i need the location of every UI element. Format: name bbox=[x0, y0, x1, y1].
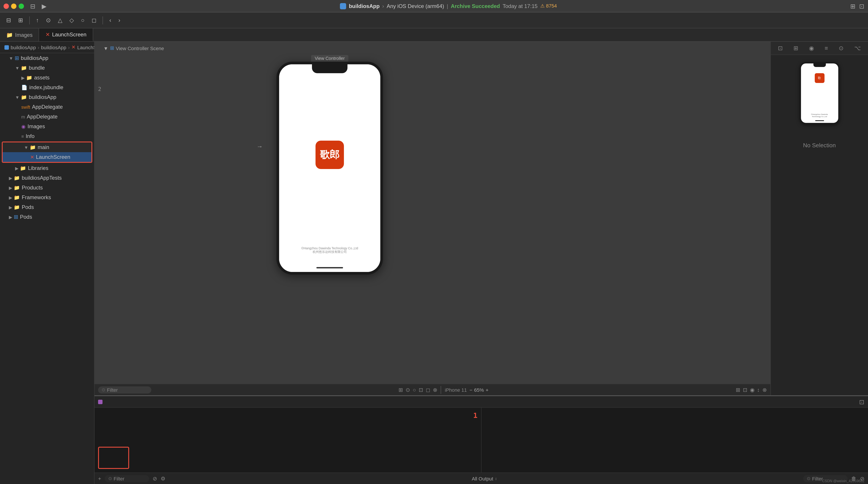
sidebar-item-products[interactable]: ▶ 📁 Products bbox=[0, 183, 94, 193]
debug-pane-right bbox=[482, 408, 868, 473]
sidebar-item-images[interactable]: ◉ Images bbox=[0, 122, 94, 131]
images-tab-label: Images bbox=[15, 32, 33, 38]
toolbar-icon-2[interactable]: ⊙ bbox=[406, 387, 410, 393]
filter-input[interactable]: ⊙ Filter bbox=[98, 386, 151, 393]
breadcrumb-launchscreen[interactable]: ✕ LaunchScreen bbox=[71, 44, 95, 50]
folder-icon-frameworks: 📁 bbox=[14, 195, 20, 200]
zoom-in-icon[interactable]: + bbox=[486, 387, 489, 392]
debug-toolbar: ⊡ bbox=[95, 396, 868, 408]
phone-notch bbox=[312, 64, 347, 73]
toolbar-btn-7[interactable]: ○ bbox=[78, 15, 87, 25]
inspector-icon-5[interactable]: ⊙ bbox=[836, 43, 846, 53]
inspector-content: 歌 ©Hangzhou Dawinda Technology Co.,Ltd N… bbox=[771, 55, 868, 395]
debug-add-btn[interactable]: + bbox=[98, 475, 101, 482]
play-button[interactable]: ▶ bbox=[42, 2, 46, 9]
minimize-button[interactable] bbox=[11, 3, 17, 9]
inspector-icon-3[interactable]: ◉ bbox=[807, 43, 816, 53]
split-view-icon[interactable]: ⊞ bbox=[850, 2, 856, 9]
window-icon[interactable]: ⊡ bbox=[859, 2, 864, 9]
inspector-icon-4[interactable]: ≡ bbox=[822, 43, 830, 53]
sidebar-item-pods-folder[interactable]: ▶ 📁 Pods bbox=[0, 202, 94, 212]
phone-footer: ©Hangzhou Dawinda Technology Co.,Ltd 杭州悠… bbox=[279, 247, 380, 254]
debug-settings-btn[interactable]: ⚙ bbox=[161, 475, 165, 482]
expand-arrow-tests: ▶ bbox=[9, 175, 12, 180]
launchscreen-breadcrumb-icon: ✕ bbox=[71, 44, 75, 50]
status-label: Archive Succeeded bbox=[451, 3, 500, 9]
debug-bottom-bar: + ⊙ Filter ⊘ ⚙ All Output ↕ ⊙ F bbox=[95, 473, 868, 484]
xcassets-icon: ◉ bbox=[21, 124, 26, 129]
breadcrumb-app2[interactable]: buildiosApp bbox=[41, 44, 66, 50]
toolbar-icon-6[interactable]: ⊗ bbox=[433, 387, 437, 393]
inspector-icon-1[interactable]: ⊡ bbox=[776, 43, 785, 53]
tab-images[interactable]: 📁 Images bbox=[0, 28, 39, 41]
sidebar-item-bundle[interactable]: ▼ 📁 bundle bbox=[0, 63, 94, 73]
sidebar-item-appdelegate-swift[interactable]: swift AppDelegate bbox=[0, 102, 94, 112]
toolbar-icon-4[interactable]: ⊡ bbox=[419, 387, 423, 393]
view-controls-4[interactable]: ↕ bbox=[757, 387, 760, 393]
inspector-icon-6[interactable]: ⌥ bbox=[852, 43, 863, 53]
view-controls-2[interactable]: ⊡ bbox=[743, 387, 747, 393]
folder-icon-bundle: 📁 bbox=[21, 65, 27, 71]
no-selection-label: No Selection bbox=[803, 142, 836, 149]
sidebar-item-buildiosapp[interactable]: ▼ ⊞ buildiosApp bbox=[0, 53, 94, 63]
project-icon: ⊞ bbox=[14, 55, 19, 61]
scene-expand-arrow[interactable]: ▼ bbox=[103, 45, 108, 51]
sidebar-item-launchscreen[interactable]: ✕ LaunchScreen bbox=[3, 152, 91, 162]
sidebar-item-main[interactable]: ▼ 📁 main bbox=[3, 142, 91, 152]
inspector-icon-bar: ⊡ ⊞ ◉ ≡ ⊙ ⌥ bbox=[771, 42, 868, 55]
sidebar-item-pods-target[interactable]: ▶ ⊞ Pods bbox=[0, 212, 94, 222]
sidebar-item-libraries[interactable]: ▶ 📁 Libraries bbox=[0, 163, 94, 173]
toolbar-btn-2[interactable]: ⊞ bbox=[16, 15, 26, 25]
folder-icon-products: 📁 bbox=[14, 185, 20, 191]
toolbar-btn-6[interactable]: ◇ bbox=[67, 15, 76, 25]
toolbar-separator-2 bbox=[103, 16, 103, 24]
sidebar-item-buildiosapp-folder[interactable]: ▼ 📁 buildiosApp bbox=[0, 92, 94, 102]
output-chevron[interactable]: ↕ bbox=[495, 476, 497, 481]
maximize-button[interactable] bbox=[19, 3, 24, 9]
debug-clear-btn[interactable]: ⊘ bbox=[153, 475, 157, 482]
sidebar-item-frameworks[interactable]: ▶ 📁 Frameworks bbox=[0, 193, 94, 202]
sidebar-toggle[interactable]: ⊟ bbox=[30, 2, 35, 9]
view-controls-5[interactable]: ⊗ bbox=[763, 387, 767, 393]
expand-arrow-bundle: ▼ bbox=[15, 65, 20, 70]
debug-collapse-btn[interactable]: ⊡ bbox=[859, 398, 864, 405]
content-area: 2 ▼ ⊞ View Controller Scene → View bbox=[95, 42, 868, 484]
folder-icon-app: 📁 bbox=[21, 94, 27, 100]
phone-logo: 歌郎 bbox=[315, 141, 344, 169]
sidebar-item-info[interactable]: ≡ Info bbox=[0, 131, 94, 141]
folder-icon-assets: 📁 bbox=[26, 75, 32, 80]
device-name: iPhone 11 bbox=[445, 387, 467, 392]
filter-placeholder: Filter bbox=[107, 387, 118, 392]
close-button[interactable] bbox=[4, 3, 9, 9]
toolbar-btn-5[interactable]: △ bbox=[55, 15, 65, 25]
debug-filter-left[interactable]: ⊙ Filter bbox=[105, 475, 149, 482]
title-bar-right: ⊞ ⊡ bbox=[850, 2, 864, 9]
inspector-icon-2[interactable]: ⊞ bbox=[791, 43, 801, 53]
nav-back[interactable]: ‹ bbox=[107, 15, 114, 25]
toolbar-icon-3[interactable]: ○ bbox=[413, 387, 416, 393]
sidebar-item-jsbundle[interactable]: 📄 index.jsbundle bbox=[0, 83, 94, 92]
sidebar-item-buildiosapptests[interactable]: ▶ 📁 buildiosAppTests bbox=[0, 173, 94, 183]
expand-arrow-pods-folder: ▶ bbox=[9, 205, 12, 209]
view-controls-1[interactable]: ⊞ bbox=[736, 387, 740, 393]
breadcrumb-app[interactable]: buildiosApp bbox=[4, 44, 36, 50]
toolbar-btn-3[interactable]: ↑ bbox=[33, 15, 41, 25]
nav-forward[interactable]: › bbox=[116, 15, 123, 25]
view-controls-3[interactable]: ◉ bbox=[750, 387, 754, 393]
toolbar-btn-4[interactable]: ⊙ bbox=[43, 15, 54, 25]
storyboard-editor[interactable]: 2 ▼ ⊞ View Controller Scene → View bbox=[95, 42, 770, 395]
zoom-out-icon[interactable]: − bbox=[469, 387, 472, 392]
sidebar-item-appdelegate-m[interactable]: m AppDelegate bbox=[0, 112, 94, 122]
toolbar-btn-8[interactable]: ◻ bbox=[89, 15, 99, 25]
tab-launchscreen[interactable]: ✕ LaunchScreen bbox=[39, 28, 93, 41]
toolbar-btn-1[interactable]: ⊟ bbox=[4, 15, 14, 25]
sidebar-item-assets[interactable]: ▶ 📁 assets bbox=[0, 73, 94, 83]
toolbar-icon-1[interactable]: ⊞ bbox=[399, 387, 403, 393]
expand-arrow-main: ▼ bbox=[24, 145, 28, 150]
purple-dot bbox=[98, 399, 102, 404]
debug-number: 1 bbox=[473, 411, 477, 420]
tab-bar: 📁 Images ✕ LaunchScreen bbox=[0, 28, 868, 42]
toolbar-separator-1 bbox=[29, 16, 30, 24]
toolbar-icon-5[interactable]: ◻ bbox=[426, 387, 430, 393]
pods-target-icon: ⊞ bbox=[14, 214, 18, 220]
